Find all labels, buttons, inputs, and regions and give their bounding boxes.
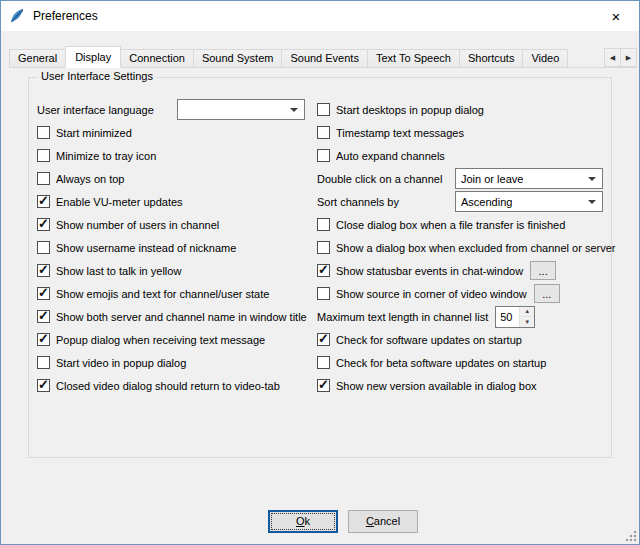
tab-general[interactable]: General <box>9 49 66 68</box>
checkbox-box-icon <box>317 379 330 392</box>
user-interface-settings-group: User Interface Settings User interface l… <box>28 77 612 458</box>
checkbox-box-icon <box>317 149 330 162</box>
chevron-down-icon <box>588 200 596 204</box>
chevron-left-icon: ◀ <box>610 54 615 61</box>
checkbox-popup-dialog-text-message[interactable]: Popup dialog when receiving text message <box>37 333 265 346</box>
app-feather-icon <box>9 8 25 24</box>
checkbox-box-icon <box>37 356 50 369</box>
checkbox-label: Popup dialog when receiving text message <box>56 334 265 346</box>
checkbox-check-beta-updates[interactable]: Check for beta software updates on start… <box>317 356 546 369</box>
arrow-down-icon: ▼ <box>524 319 530 325</box>
checkbox-start-minimized[interactable]: Start minimized <box>37 126 132 139</box>
checkbox-show-username-instead-of-nickname[interactable]: Show username instead of nickname <box>37 241 236 254</box>
tab-sound-events[interactable]: Sound Events <box>281 49 368 68</box>
checkbox-label: Show new version available in dialog box <box>336 380 537 392</box>
checkbox-closed-video-return-to-tab[interactable]: Closed video dialog should return to vid… <box>37 379 280 392</box>
tab-scroll-left-button[interactable]: ◀ <box>604 48 621 67</box>
checkbox-show-server-and-channel-in-title[interactable]: Show both server and channel name in win… <box>37 310 307 323</box>
checkbox-box-icon <box>37 241 50 254</box>
statusbar-events-row: Show statusbar events in chat-window ... <box>317 259 603 282</box>
checkbox-box-icon <box>317 287 330 300</box>
checkbox-box-icon <box>37 310 50 323</box>
checkbox-box-icon <box>37 172 50 185</box>
chevron-down-icon <box>290 108 298 112</box>
tab-video[interactable]: Video <box>522 49 568 68</box>
video-source-browse-button[interactable]: ... <box>534 284 560 303</box>
checkbox-show-statusbar-events[interactable]: Show statusbar events in chat-window <box>317 264 523 277</box>
checkbox-label: Show both server and channel name in win… <box>56 311 307 323</box>
checkbox-label: Check for beta software updates on start… <box>336 357 546 369</box>
checkbox-minimize-to-tray-icon[interactable]: Minimize to tray icon <box>37 149 156 162</box>
tab-connection[interactable]: Connection <box>120 49 194 68</box>
checkbox-label: Start desktops in popup dialog <box>336 104 484 116</box>
spinner-up-button[interactable]: ▲ <box>519 307 534 317</box>
spinner-down-button[interactable]: ▼ <box>519 316 534 327</box>
ok-button[interactable]: Ok <box>268 510 338 533</box>
tab-text-to-speech[interactable]: Text To Speech <box>367 49 460 68</box>
max-text-length-label: Maximum text length in channel list <box>317 311 488 323</box>
checkbox-label: Show last to talk in yellow <box>56 265 181 277</box>
checkbox-box-icon <box>317 356 330 369</box>
close-icon: × <box>612 8 621 25</box>
tab-scroll-right-button[interactable]: ▶ <box>620 48 637 67</box>
title-bar[interactable]: Preferences × <box>1 1 639 31</box>
checkbox-always-on-top[interactable]: Always on top <box>37 172 124 185</box>
double-click-label: Double click on a channel <box>317 173 442 185</box>
tab-shortcuts[interactable]: Shortcuts <box>459 49 523 68</box>
checkbox-close-dialog-file-transfer[interactable]: Close dialog box when a file transfer is… <box>317 218 565 231</box>
checkbox-label: Check for software updates on startup <box>336 334 522 346</box>
checkbox-show-number-of-users[interactable]: Show number of users in channel <box>37 218 219 231</box>
combobox-value: Join or leave <box>461 173 523 185</box>
checkbox-label: Show number of users in channel <box>56 219 219 231</box>
checkbox-start-video-in-popup[interactable]: Start video in popup dialog <box>37 356 186 369</box>
max-text-length-spinner[interactable]: 50 ▲ ▼ <box>495 306 535 328</box>
dialog-button-row: Ok Cancel <box>1 510 639 533</box>
checkbox-show-new-version-dialog[interactable]: Show new version available in dialog box <box>317 379 537 392</box>
checkbox-show-dialog-when-excluded[interactable]: Show a dialog box when excluded from cha… <box>317 241 615 254</box>
checkbox-show-last-to-talk-in-yellow[interactable]: Show last to talk in yellow <box>37 264 181 277</box>
tab-scroll-control: ◀ ▶ <box>604 48 637 67</box>
sort-channels-combobox[interactable]: Ascending <box>455 191 603 212</box>
checkbox-box-icon <box>317 126 330 139</box>
checkbox-label: Show emojis and text for channel/user st… <box>56 288 269 300</box>
double-click-combobox[interactable]: Join or leave <box>455 168 603 189</box>
statusbar-events-browse-button[interactable]: ... <box>530 261 556 280</box>
checkbox-enable-vu-meter-updates[interactable]: Enable VU-meter updates <box>37 195 183 208</box>
resize-grip[interactable] <box>624 529 637 542</box>
checkbox-start-desktops-in-popup[interactable]: Start desktops in popup dialog <box>317 103 484 116</box>
checkbox-show-emojis-and-text[interactable]: Show emojis and text for channel/user st… <box>37 287 269 300</box>
checkbox-check-software-updates[interactable]: Check for software updates on startup <box>317 333 522 346</box>
max-text-length-row: Maximum text length in channel list 50 ▲… <box>317 305 603 328</box>
checkbox-label: Enable VU-meter updates <box>56 196 183 208</box>
checkbox-box-icon <box>317 218 330 231</box>
checkbox-label: Show username instead of nickname <box>56 242 236 254</box>
arrow-up-icon: ▲ <box>524 308 530 314</box>
checkbox-show-source-corner-video[interactable]: Show source in corner of video window <box>317 287 527 300</box>
checkbox-box-icon <box>317 103 330 116</box>
checkbox-auto-expand-channels[interactable]: Auto expand channels <box>317 149 445 162</box>
checkbox-label: Auto expand channels <box>336 150 445 162</box>
checkbox-label: Start video in popup dialog <box>56 357 186 369</box>
sort-channels-row: Sort channels by Ascending <box>317 190 603 213</box>
checkbox-box-icon <box>37 287 50 300</box>
chevron-right-icon: ▶ <box>626 54 631 61</box>
checkbox-box-icon <box>37 218 50 231</box>
video-source-row: Show source in corner of video window ..… <box>317 282 603 305</box>
preferences-dialog: Preferences × General Display Connection… <box>0 0 640 545</box>
window-title: Preferences <box>33 9 98 23</box>
checkbox-label: Timestamp text messages <box>336 127 464 139</box>
checkbox-label: Start minimized <box>56 127 132 139</box>
tab-sound-system[interactable]: Sound System <box>193 49 283 68</box>
checkbox-box-icon <box>37 333 50 346</box>
checkbox-box-icon <box>37 379 50 392</box>
language-combobox[interactable] <box>177 99 305 120</box>
checkbox-box-icon <box>37 264 50 277</box>
group-title: User Interface Settings <box>37 70 157 82</box>
checkbox-box-icon <box>37 195 50 208</box>
sort-channels-label: Sort channels by <box>317 196 399 208</box>
close-button[interactable]: × <box>593 1 639 31</box>
cancel-button[interactable]: Cancel <box>348 510 418 533</box>
checkbox-timestamp-text-messages[interactable]: Timestamp text messages <box>317 126 464 139</box>
settings-columns: User interface language Start minimized … <box>37 98 603 397</box>
tab-display[interactable]: Display <box>65 46 121 68</box>
